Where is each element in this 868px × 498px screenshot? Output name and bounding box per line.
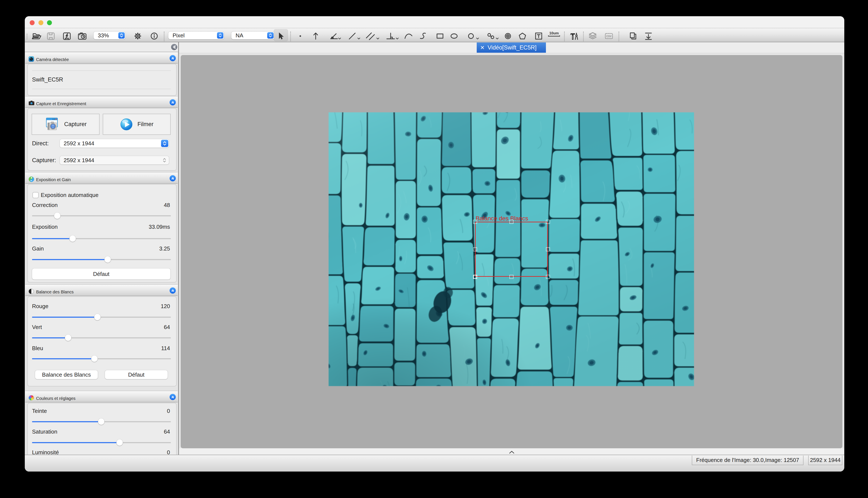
svg-text:CSV: CSV xyxy=(607,35,612,38)
